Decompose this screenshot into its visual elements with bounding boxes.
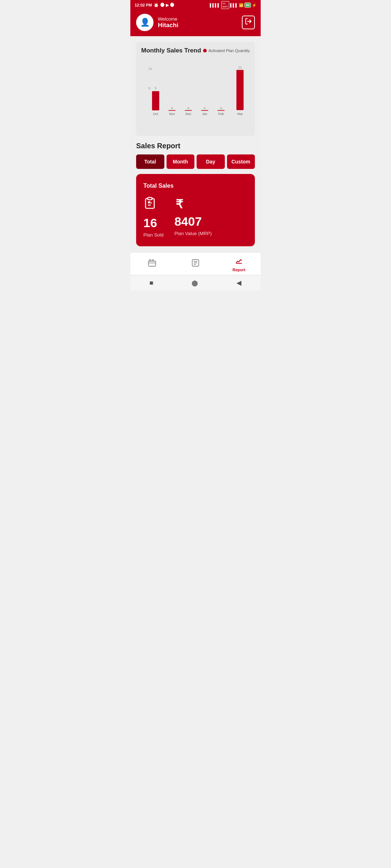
plan-sold-block: 16 Plan Sold <box>143 196 164 238</box>
bar-oct <box>152 91 159 110</box>
plan-value-block: ₹ 8407 Plan Value (MRP) <box>175 196 212 238</box>
android-square-btn[interactable]: ■ <box>150 279 154 287</box>
plan-value-amount: 8407 <box>175 214 202 229</box>
clipboard-icon <box>143 196 156 212</box>
status-bar: 12:02 PM ⏰ 🅟 ▶ 🅟 ▌▌▌▌ VoWiFi ▌▌▌ 📶 90 ⚡ <box>130 0 261 10</box>
chart-section: Monthly Sales Trend Activated Plan Quant… <box>136 42 255 136</box>
username-text: Hitachi <box>158 22 178 29</box>
nav-home[interactable] <box>130 259 174 269</box>
bar-label-jan: Jan <box>202 112 207 116</box>
sales-report-section: Sales Report Total Month Day Custom Tota… <box>136 142 255 246</box>
header-text: Welcome Hitachi <box>158 16 178 29</box>
status-icons: ▌▌▌▌ VoWiFi ▌▌▌ 📶 90 ⚡ <box>210 1 256 9</box>
sales-metrics: 16 Plan Sold ₹ 8407 Plan Value (MRP) <box>143 196 248 238</box>
tab-buttons: Total Month Day Custom <box>136 154 255 169</box>
bar-mar <box>236 70 244 110</box>
bar-label-oct: Oct <box>153 112 159 116</box>
logout-button[interactable] <box>242 16 255 29</box>
section-title: Sales Report <box>136 142 255 150</box>
plan-sold-value: 16 <box>143 216 157 230</box>
sales-card-title: Total Sales <box>143 183 248 189</box>
bar-label-dec: Dec <box>185 112 192 116</box>
tab-day[interactable]: Day <box>197 154 225 169</box>
android-nav: ■ ⬤ ◀ <box>130 275 261 290</box>
tab-month[interactable]: Month <box>167 154 195 169</box>
bar-value-nov: 0 <box>171 106 173 110</box>
header-left: 👤 Welcome Hitachi <box>136 14 178 31</box>
legend-dot <box>203 49 207 52</box>
report-label: Report <box>232 268 245 272</box>
chart-header: Monthly Sales Trend Activated Plan Quant… <box>141 47 250 54</box>
bar-feb <box>218 110 225 111</box>
chart-title: Monthly Sales Trend <box>141 47 201 54</box>
sales-card: Total Sales 16 Plan Sold <box>136 174 255 246</box>
bar-value-feb: 0 <box>220 106 222 110</box>
y-label-5: 5 <box>148 86 150 90</box>
bar-value-mar: 11 <box>238 65 242 69</box>
bar-dec <box>185 110 192 111</box>
y-label-11: 11 <box>148 67 152 71</box>
nav-list[interactable] <box>174 259 217 269</box>
svg-rect-5 <box>148 261 156 266</box>
welcome-text: Welcome <box>158 16 178 22</box>
svg-rect-1 <box>148 197 152 200</box>
plan-value-label: Plan Value (MRP) <box>175 231 212 236</box>
header: 👤 Welcome Hitachi <box>130 10 261 36</box>
nav-report[interactable]: Report <box>217 256 261 272</box>
tab-custom[interactable]: Custom <box>227 154 255 169</box>
list-icon <box>191 259 200 269</box>
plan-sold-label: Plan Sold <box>143 232 164 238</box>
chart-svg: 11 5 5 Oct 0 Nov 0 Dec 0 <box>148 62 250 120</box>
bar-value-jan: 0 <box>204 106 206 110</box>
rupee-icon: ₹ <box>175 196 188 212</box>
chart-legend: Activated Plan Quantity <box>203 48 250 53</box>
legend-label: Activated Plan Quantity <box>209 48 250 53</box>
android-home-btn[interactable]: ⬤ <box>192 280 198 286</box>
bar-value-dec: 0 <box>188 106 189 110</box>
main-content: Monthly Sales Trend Activated Plan Quant… <box>130 36 261 252</box>
bar-label-mar: Mar <box>237 112 243 116</box>
bar-chart: 11 5 5 Oct 0 Nov 0 Dec 0 <box>141 59 250 131</box>
bottom-nav: Report <box>130 252 261 275</box>
bar-nov <box>168 110 176 111</box>
android-back-btn[interactable]: ◀ <box>236 279 241 287</box>
svg-text:₹: ₹ <box>176 197 184 209</box>
report-icon <box>235 256 243 267</box>
avatar: 👤 <box>136 14 154 31</box>
bar-jan <box>201 110 208 111</box>
status-time: 12:02 PM ⏰ 🅟 ▶ 🅟 <box>135 3 174 8</box>
bar-label-feb: Feb <box>218 112 224 116</box>
shop-icon <box>148 259 156 269</box>
bar-label-nov: Nov <box>169 112 175 116</box>
tab-total[interactable]: Total <box>136 154 164 169</box>
bar-value-oct: 5 <box>155 86 156 90</box>
